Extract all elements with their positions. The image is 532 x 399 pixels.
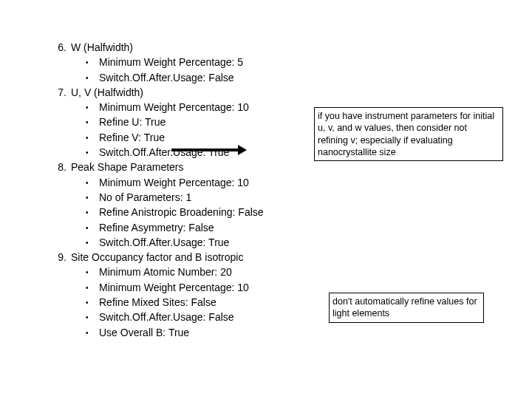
bullet-icon: • — [86, 267, 99, 279]
sub-item-text: Minimum Weight Percentage: 10 — [99, 280, 249, 295]
list-item: 8.Peak Shape Parameters — [53, 160, 497, 174]
bullet-icon: • — [86, 178, 99, 189]
sub-item: •Minimum Weight Percentage: 5 — [86, 55, 497, 69]
bullet-icon: • — [86, 58, 99, 69]
bullet-icon: • — [86, 133, 99, 144]
item-number: 9. — [53, 250, 71, 265]
bullet-icon: • — [86, 223, 99, 234]
note-box-2: don't automatically refine values for li… — [329, 293, 484, 323]
item-number: 8. — [53, 160, 71, 174]
sub-item-text: No of Parameters: 1 — [99, 190, 191, 205]
sub-item-text: Switch.Off.After.Usage: False — [99, 70, 234, 85]
bullet-icon: • — [86, 73, 99, 84]
sub-item-text: Minimum Weight Percentage: 10 — [99, 175, 249, 190]
bullet-icon: • — [86, 238, 99, 249]
sub-item-text: Refine U: True — [99, 115, 166, 129]
sub-item: •Minimum Weight Percentage: 10 — [86, 175, 497, 190]
item-number: 6. — [53, 40, 71, 55]
list-item: 7.U, V (Halfwidth) — [53, 85, 497, 100]
sub-item-text: Refine Mixed Sites: False — [99, 295, 216, 310]
bullet-icon: • — [86, 103, 99, 114]
sub-item-text: Switch.Off.After.Usage: True — [99, 235, 229, 250]
bullet-icon: • — [86, 328, 99, 339]
sub-item-text: Refine Asymmetry: False — [99, 220, 214, 235]
sub-item: •Minimum Atomic Number: 20 — [86, 265, 497, 279]
note-box-1: if you have instrument parameters for in… — [314, 107, 503, 161]
sub-item: •Switch.Off.After.Usage: True — [86, 235, 497, 250]
bullet-icon: • — [86, 117, 99, 129]
item-title: W (Halfwidth) — [71, 40, 133, 55]
sub-item: •Use Overall B: True — [86, 325, 497, 340]
bullet-icon: • — [86, 148, 99, 159]
bullet-icon: • — [86, 193, 99, 204]
sub-item-text: Switch.Off.After.Usage: True — [99, 145, 229, 160]
sub-item-text: Minimum Atomic Number: 20 — [99, 265, 232, 279]
sub-item-text: Refine V: True — [99, 130, 165, 145]
list-item: 6.W (Halfwidth) — [53, 40, 497, 55]
sub-item: •No of Parameters: 1 — [86, 190, 497, 205]
bullet-icon: • — [86, 208, 99, 219]
sub-item: •Switch.Off.After.Usage: False — [86, 70, 497, 85]
sub-item: •Refine Anistropic Broadening: False — [86, 205, 497, 219]
bullet-icon: • — [86, 298, 99, 309]
item-number: 7. — [53, 85, 71, 100]
sub-item: •Refine Asymmetry: False — [86, 220, 497, 235]
arrow-icon — [171, 149, 239, 151]
sub-item-text: Minimum Weight Percentage: 5 — [99, 55, 243, 69]
item-title: Peak Shape Parameters — [71, 160, 184, 174]
list-item: 9.Site Occupancy factor and B isotropic — [53, 250, 497, 265]
sub-item-text: Refine Anistropic Broadening: False — [99, 205, 264, 219]
bullet-icon: • — [86, 313, 99, 324]
item-title: U, V (Halfwidth) — [71, 85, 143, 100]
bullet-icon: • — [86, 283, 99, 294]
sub-item-text: Switch.Off.After.Usage: False — [99, 310, 234, 324]
sub-item-text: Use Overall B: True — [99, 325, 189, 340]
item-title: Site Occupancy factor and B isotropic — [71, 250, 243, 265]
sub-item-text: Minimum Weight Percentage: 10 — [99, 100, 249, 115]
